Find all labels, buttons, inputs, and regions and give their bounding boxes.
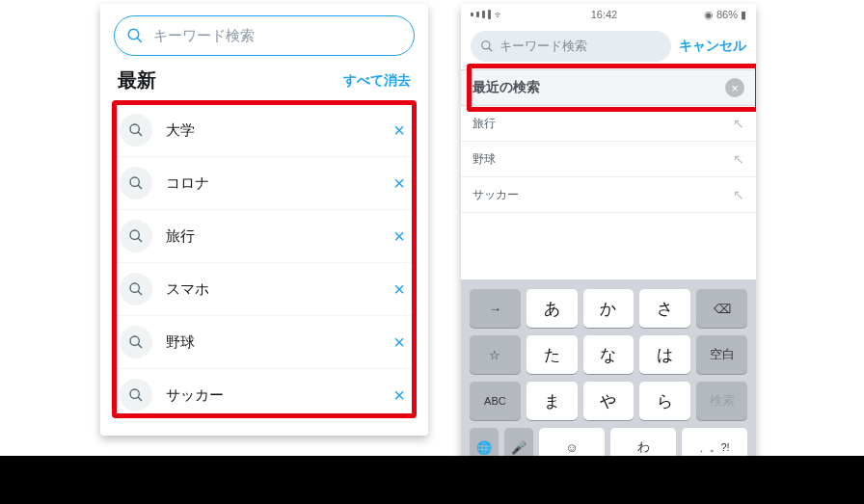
recent-searches-header: 最近の検索 ×	[461, 69, 756, 106]
status-bar: ᯤ 16:42 ◉ 86% ▮	[461, 4, 756, 25]
list-item[interactable]: 野球 ↖	[461, 142, 756, 177]
key-abc[interactable]: ABC	[470, 382, 521, 420]
svg-line-15	[489, 48, 493, 52]
wifi-icon: ᯤ	[494, 9, 504, 20]
key-next-candidate[interactable]: →	[470, 289, 521, 328]
list-item-label: 野球	[472, 151, 496, 168]
list-item-label: 旅行	[472, 116, 496, 132]
key-search[interactable]: 検索	[696, 382, 747, 420]
svg-point-0	[128, 29, 139, 40]
search-row: キーワード検索 キャンセル	[461, 25, 756, 69]
key-ya[interactable]: や	[583, 382, 634, 420]
key-delete[interactable]: ⌫	[696, 289, 747, 328]
key-ra[interactable]: ら	[639, 382, 690, 420]
search-placeholder: キーワード検索	[153, 27, 255, 45]
key-space[interactable]: 空白	[696, 335, 747, 374]
key-ta[interactable]: た	[526, 335, 578, 374]
key-sa[interactable]: さ	[639, 289, 690, 328]
clear-recent-button[interactable]: ×	[725, 78, 744, 97]
recent-searches-title: 最近の検索	[472, 79, 540, 96]
insert-arrow-icon[interactable]: ↖	[733, 151, 744, 167]
list-item[interactable]: 旅行 ↖	[461, 106, 756, 142]
insert-arrow-icon[interactable]: ↖	[733, 187, 744, 202]
search-input[interactable]: キーワード検索	[114, 15, 415, 56]
ios-keyboard: → あ か さ ⌫ ☆ た な は 空白 ABC ま や ら 検索 🌐	[461, 279, 756, 474]
twitter-ios-panel: ᯤ 16:42 ◉ 86% ▮ キーワード検索 キャンセル 最近の検索 × 旅行…	[461, 4, 756, 474]
cancel-button[interactable]: キャンセル	[679, 38, 746, 55]
search-input[interactable]: キーワード検索	[471, 31, 671, 62]
status-battery: ◉ 86% ▮	[704, 9, 746, 21]
bottom-black-bar	[0, 456, 864, 504]
insert-arrow-icon[interactable]: ↖	[733, 116, 744, 131]
key-a[interactable]: あ	[526, 289, 578, 328]
signal-icon: ᯤ	[471, 9, 504, 20]
key-ka[interactable]: か	[583, 289, 634, 328]
search-placeholder: キーワード検索	[500, 38, 587, 55]
key-ha[interactable]: は	[639, 335, 690, 374]
search-icon	[480, 40, 494, 53]
svg-point-14	[482, 41, 490, 49]
list-item[interactable]: サッカー ↖	[461, 177, 756, 213]
recent-header: 最新 すべて消去	[100, 62, 428, 101]
search-icon	[126, 27, 144, 44]
twitter-web-panel: キーワード検索 最新 すべて消去 大学 × コロナ × 旅行 ×	[100, 4, 428, 436]
highlight-box	[112, 100, 417, 418]
key-na[interactable]: な	[583, 335, 634, 374]
status-time: 16:42	[591, 9, 618, 20]
recent-title: 最新	[118, 67, 156, 93]
key-undo[interactable]: ☆	[470, 335, 521, 374]
key-ma[interactable]: ま	[526, 382, 578, 420]
list-item-label: サッカー	[472, 187, 519, 203]
clear-all-link[interactable]: すべて消去	[343, 72, 411, 90]
svg-line-1	[137, 38, 142, 42]
